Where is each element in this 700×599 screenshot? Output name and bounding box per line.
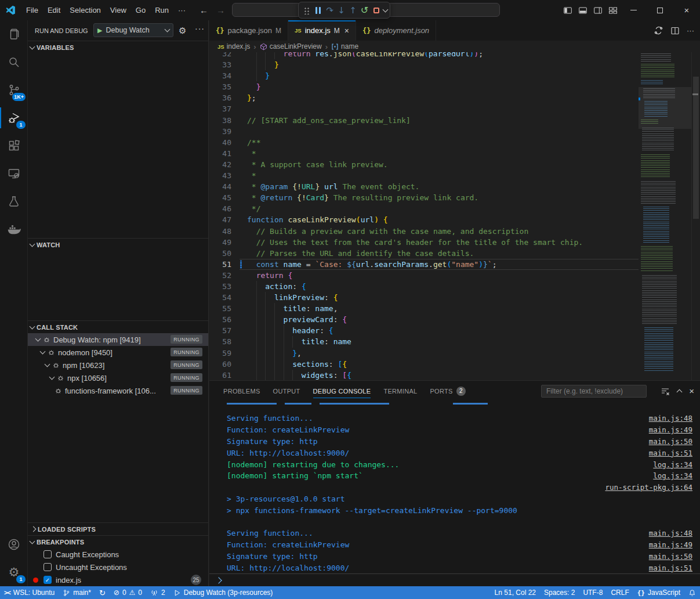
menu-item-go[interactable]: Go <box>131 6 150 15</box>
code-line-33[interactable]: 33} <box>209 59 700 70</box>
maximize-panel-icon[interactable] <box>677 389 683 395</box>
toggle-sidebar-icon[interactable] <box>563 6 572 15</box>
scrollbar-slider[interactable] <box>693 77 699 219</box>
code-line-35[interactable]: 35} <box>209 81 700 92</box>
step-into-icon[interactable]: ↓ <box>336 4 347 17</box>
menu-item-selection[interactable]: Selection <box>65 6 105 15</box>
menu-item-view[interactable]: View <box>106 6 131 15</box>
console-filter-input[interactable] <box>541 385 647 398</box>
call-stack-row[interactable]: npm [10623]RUNNING <box>28 359 208 371</box>
console-source-link[interactable]: log.js:34 <box>653 460 692 469</box>
code-line-32[interactable]: 32return res.json(caseLinkPreview(parsed… <box>209 52 700 59</box>
breakpoint-row[interactable]: Caught Exceptions <box>28 548 208 561</box>
code-line-53[interactable]: 53action: { <box>209 281 700 292</box>
panel-tab-debug-console[interactable]: DEBUG CONSOLE <box>309 381 376 401</box>
code-line-52[interactable]: 52return { <box>209 270 700 281</box>
close-icon[interactable]: × <box>344 26 349 35</box>
call-stack-row[interactable]: functions-framework [106...RUNNING <box>28 384 208 397</box>
sidebar-item-source-control[interactable]: 1K+ <box>0 76 28 104</box>
code-line-45[interactable]: 45 * @return {!Card} The resulting previ… <box>209 192 700 203</box>
code-line-51[interactable]: 51const name = `Case: ${url.searchParams… <box>209 259 700 270</box>
stop-icon[interactable] <box>371 4 382 17</box>
code-line-59[interactable]: 59}, <box>209 348 700 359</box>
console-source-link[interactable]: run-script-pkg.js:64 <box>605 483 692 492</box>
toggle-secondary-sidebar-icon[interactable] <box>593 6 603 15</box>
sidebar-item-explorer[interactable] <box>0 20 28 48</box>
code-line-39[interactable]: 39 <box>209 126 700 137</box>
tab-deployment.json[interactable]: {}deployment.json <box>356 20 436 41</box>
sidebar-item-testing[interactable] <box>0 187 28 215</box>
code-line-57[interactable]: 57header: { <box>209 325 700 336</box>
status-cursor-position[interactable]: Ln 51, Col 22 <box>491 586 540 599</box>
restart-icon[interactable]: ↺ <box>359 4 370 17</box>
breakpoint-checkbox[interactable] <box>43 550 52 558</box>
editor-more-actions-icon[interactable]: ··· <box>687 26 694 35</box>
breakpoint-row[interactable]: ✓index.js25 <box>28 573 208 586</box>
status-debug-status[interactable]: Debug Watch (3p-resources) <box>169 586 277 599</box>
console-source-link[interactable]: main.js:50 <box>649 552 692 561</box>
console-source-link[interactable]: main.js:50 <box>649 437 692 446</box>
code-line-36[interactable]: 36}; <box>209 92 700 103</box>
menu-item-edit[interactable]: Edit <box>43 6 65 15</box>
code-line-49[interactable]: 49// Uses the text from the card's heade… <box>209 237 700 248</box>
back-arrow-icon[interactable]: ← <box>200 5 208 15</box>
toggle-panel-icon[interactable] <box>578 6 587 15</box>
breakpoints-section-header[interactable]: BREAKPOINTS <box>28 535 208 548</box>
console-source-link[interactable]: main.js:48 <box>649 529 692 537</box>
loaded-scripts-section-header[interactable]: LOADED SCRIPTS <box>28 522 208 535</box>
console-source-link[interactable]: main.js:49 <box>649 540 692 549</box>
panel-tab-problems[interactable]: PROBLEMS <box>219 381 265 401</box>
pause-icon[interactable] <box>313 4 324 17</box>
launch-configuration-dropdown[interactable]: ▶ Debug Watch <box>93 23 173 37</box>
status-eol[interactable]: CRLF <box>607 586 633 599</box>
drag-handle-icon[interactable] <box>301 4 312 17</box>
breadcrumb-item-index.js[interactable]: JSindex.js <box>217 42 250 50</box>
tab-package.json[interactable]: {}package.jsonM <box>209 20 288 41</box>
code-line-50[interactable]: 50// Parses the URL and identify the cas… <box>209 248 700 259</box>
open-changes-icon[interactable] <box>654 26 663 35</box>
step-over-icon[interactable]: ↷ <box>324 4 335 17</box>
sidebar-item-docker[interactable] <box>0 215 28 243</box>
sidebar-item-run-and-debug[interactable]: 1 <box>0 104 28 132</box>
breadcrumb-item-name[interactable]: name <box>331 42 358 50</box>
status-problems[interactable]: ⊘0⚠0 <box>110 586 146 599</box>
tab-index.js[interactable]: JSindex.jsM× <box>288 20 356 41</box>
status-encoding[interactable]: UTF-8 <box>579 586 607 599</box>
watch-section-header[interactable]: WATCH <box>28 238 208 251</box>
call-stack-row[interactable]: npx [10656]RUNNING <box>28 371 208 384</box>
breakpoint-checkbox[interactable]: ✓ <box>43 576 52 584</box>
minimap-viewport[interactable] <box>639 87 691 129</box>
code-line-60[interactable]: 60sections: [{ <box>209 359 700 370</box>
code-line-43[interactable]: 43 * <box>209 170 700 181</box>
forward-arrow-icon[interactable]: → <box>216 5 225 15</box>
variables-section-header[interactable]: VARIABLES <box>28 41 208 53</box>
call-stack-section-header[interactable]: CALL STACK <box>28 320 208 333</box>
close-button[interactable]: × <box>673 0 700 20</box>
open-launch-json-gear-icon[interactable]: ⚙ <box>179 26 186 36</box>
console-source-link[interactable]: main.js:49 <box>649 425 692 434</box>
code-line-48[interactable]: 48// Builds a preview card with the case… <box>209 226 700 237</box>
close-panel-icon[interactable]: × <box>689 386 694 396</box>
breadcrumb-item-caseLinkPreview[interactable]: caseLinkPreview <box>260 42 322 50</box>
breakpoint-checkbox[interactable] <box>43 563 52 571</box>
editor-scrollbar[interactable] <box>691 52 700 380</box>
console-source-link[interactable]: main.js:51 <box>649 449 692 457</box>
status-remote-indicator[interactable]: ><WSL: Ubuntu <box>0 586 59 599</box>
code-line-56[interactable]: 56previewCard: { <box>209 314 700 325</box>
code-line-46[interactable]: 46 */ <box>209 203 700 214</box>
code-line-37[interactable]: 37 <box>209 103 700 114</box>
status-indentation[interactable]: Spaces: 2 <box>540 586 579 599</box>
call-stack-row[interactable]: nodemon [9450]RUNNING <box>28 346 208 359</box>
sidebar-item-search[interactable] <box>0 48 28 76</box>
status-notifications[interactable] <box>684 586 700 599</box>
views-more-actions-icon[interactable]: ··· <box>195 24 205 33</box>
menu-item-run[interactable]: Run <box>150 6 173 15</box>
maximize-button[interactable] <box>647 0 673 20</box>
code-line-55[interactable]: 55title: name, <box>209 303 700 314</box>
accounts-icon[interactable] <box>0 531 28 558</box>
panel-tab-output[interactable]: OUTPUT <box>269 381 305 401</box>
code-line-34[interactable]: 34} <box>209 70 700 81</box>
sidebar-item-extensions[interactable] <box>0 132 28 160</box>
call-stack-row[interactable]: Debug Watch: npm [9419]RUNNING <box>28 333 208 346</box>
status-sync[interactable]: ↻ <box>95 586 110 599</box>
